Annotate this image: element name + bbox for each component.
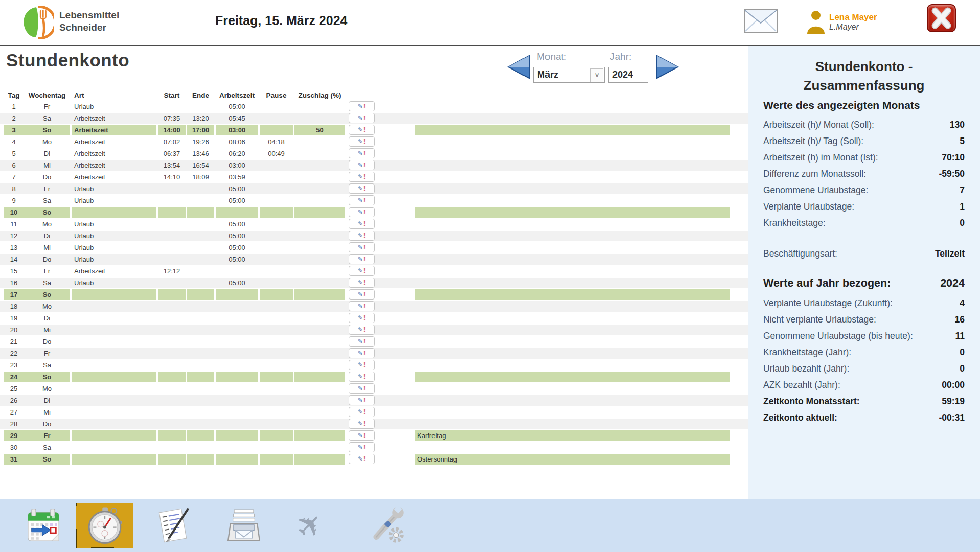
cell-zuschlag [294,383,345,394]
menu-report-button[interactable] [150,503,196,548]
cell-pause [260,360,293,371]
edit-day-button[interactable]: ✎! [349,454,375,464]
edit-day-button[interactable]: ✎! [349,148,375,158]
cell-zuschlag [294,348,345,359]
summary-row: Zeitkonto aktuell: -00:31 [763,409,965,426]
menu-calendar-button[interactable] [20,503,66,548]
table-row: 21 Do ✎! [0,336,748,348]
edit-day-button[interactable]: ✎! [349,183,375,194]
edit-day-button[interactable]: ✎! [349,336,375,347]
edit-day-button[interactable]: ✎! [349,160,375,170]
cell-art: Urlaub [72,219,156,229]
cell-ende [187,407,214,418]
edit-day-button[interactable]: ✎! [349,242,375,252]
cell-pause [260,313,293,324]
edit-day-button[interactable]: ✎! [349,348,375,358]
edit-day-button[interactable]: ✎! [349,172,375,182]
table-row: 18 Mo ✎! [0,301,748,312]
menu-settings-button[interactable] [361,503,412,548]
cell-art: Urlaub [72,231,156,241]
alert-icon: ! [363,385,366,392]
cell-start [158,383,186,394]
previous-month-button[interactable] [506,54,531,80]
cell-ende [187,301,214,312]
cell-arbeitszeit: 05:00 [216,195,258,206]
holiday-note [415,207,730,218]
edit-day-button[interactable]: ✎! [349,231,375,241]
edit-day-button[interactable]: ✎! [349,207,375,217]
table-row: 13 Mi Urlaub 05:00 ✎! [0,242,748,254]
edit-day-button[interactable]: ✎! [349,419,375,429]
edit-day-button[interactable]: ✎! [349,101,375,111]
edit-day-button[interactable]: ✎! [349,266,375,276]
cell-arbeitszeit [216,442,258,453]
edit-day-button[interactable]: ✎! [349,301,375,311]
cell-pause [260,219,293,229]
cell-art [72,313,156,324]
user-name[interactable]: Lena Mayer [829,12,877,22]
cell-wochentag: Do [24,172,70,182]
edit-day-button[interactable]: ✎! [349,313,375,323]
edit-day-button[interactable]: ✎! [349,442,375,452]
cell-zuschlag [294,219,345,229]
alert-icon: ! [363,373,366,380]
cell-zuschlag [294,195,345,206]
edit-day-button[interactable]: ✎! [349,289,375,300]
edit-day-button[interactable]: ✎! [349,278,375,288]
edit-day-button[interactable]: ✎! [349,407,375,417]
cell-zuschlag [294,242,345,253]
menu-vacation-button[interactable]: ✈ [287,503,333,548]
header-bar: Lebensmittel Schneider Freitag, 15. März… [0,0,980,46]
cell-start: 12:12 [158,266,186,277]
menu-inbox-button[interactable] [221,503,267,548]
cell-zuschlag: 50 [294,125,345,135]
edit-day-button[interactable]: ✎! [349,372,375,382]
cell-art [72,325,156,335]
cell-zuschlag [294,113,345,124]
cell-ende: 17:00 [187,125,214,135]
edit-day-button[interactable]: ✎! [349,254,375,264]
edit-day-button[interactable]: ✎! [349,113,375,123]
edit-day-button[interactable]: ✎! [349,195,375,205]
pencil-icon: ✎ [358,420,363,427]
table-row: 4 Mo Arbeitszeit 07:02 19:26 08:06 04:18… [0,136,748,148]
cell-art: Arbeitszeit [72,125,156,135]
next-month-button[interactable] [655,54,680,80]
column-header-pause: Pause [260,90,293,101]
holiday-note [415,125,730,135]
cell-ende: 19:26 [187,136,214,147]
cell-start: 14:10 [158,172,186,182]
close-button[interactable] [927,4,956,32]
edit-day-button[interactable]: ✎! [349,219,375,229]
cell-wochentag: Do [24,254,70,265]
summary-row: Zeitkonto Monatsstart: 59:19 [763,393,965,409]
edit-day-button[interactable]: ✎! [349,430,375,441]
cell-pause [260,325,293,335]
table-row: 31 So ✎! Ostersonntag [0,453,748,465]
cell-arbeitszeit [216,454,258,465]
pencil-icon: ✎ [358,232,363,239]
edit-day-button[interactable]: ✎! [349,383,375,394]
month-dropdown[interactable]: März ˅ [533,67,605,83]
cell-zuschlag [294,136,345,147]
cell-art: Arbeitszeit [72,136,156,147]
edit-day-button[interactable]: ✎! [349,136,375,147]
cell-arbeitszeit: 06:20 [216,148,258,159]
alert-icon: ! [363,303,366,310]
table-row: 1 Fr Urlaub 05:00 ✎! [0,101,748,112]
edit-day-button[interactable]: ✎! [349,395,375,405]
cell-tag: 20 [4,325,24,335]
edit-day-button[interactable]: ✎! [349,325,375,335]
edit-day-button[interactable]: ✎! [349,360,375,370]
mail-icon[interactable] [744,9,778,33]
chevron-down-icon[interactable]: ˅ [590,68,603,82]
cell-start [158,231,186,241]
cell-arbeitszeit: 03:59 [216,172,258,182]
edit-day-button[interactable]: ✎! [349,125,375,135]
menu-timeclock-button[interactable] [76,503,133,548]
cell-art: Arbeitszeit [72,113,156,124]
cell-arbeitszeit [216,419,258,429]
year-input[interactable] [608,67,648,83]
app-window: Lebensmittel Schneider Freitag, 15. März… [0,0,980,552]
pencil-icon: ✎ [358,150,363,157]
